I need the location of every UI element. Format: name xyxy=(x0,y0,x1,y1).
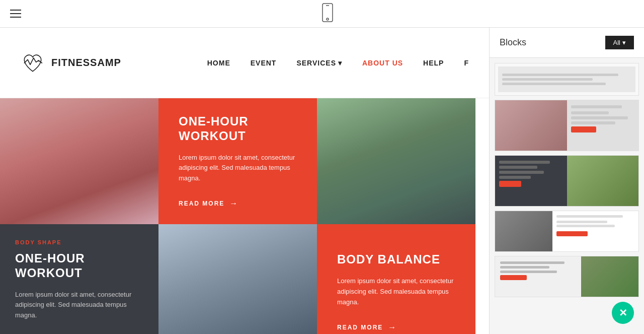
nav-help[interactable]: HELP xyxy=(423,59,444,67)
block-item-4[interactable] xyxy=(495,211,639,252)
content-grid: ONE-HOUR WORKOUT Lorem ipsum dolor sit a… xyxy=(0,98,489,334)
block-item-1[interactable] xyxy=(495,63,639,96)
nav-more[interactable]: F xyxy=(464,59,469,67)
track-content-right xyxy=(552,211,638,251)
block-preview-img-right xyxy=(567,156,639,206)
logo-area: FITNESSAMP xyxy=(20,50,121,76)
cell-workout-body: Lorem ipsum dolor sit amet, consectetur … xyxy=(179,153,297,184)
arrow-right-icon-3: → xyxy=(388,323,397,332)
yoga-woman-image xyxy=(158,224,317,334)
read-more-button-bottom-right[interactable]: READ MORE → xyxy=(337,323,455,332)
cell-workout-title: ONE-HOUR WORKOUT xyxy=(179,114,297,144)
cell-workout-title-2: ONE-HOUR WORKOUT xyxy=(15,251,143,281)
cell-workout-body-2: Lorem ipsum dolor sit amet, consectetur … xyxy=(15,290,143,321)
panel-title: Blocks xyxy=(500,37,526,48)
svg-point-1 xyxy=(327,18,329,20)
svg-rect-0 xyxy=(323,4,333,22)
panel-header: Blocks All ▾ xyxy=(490,28,644,58)
cell-woman-image xyxy=(0,98,158,224)
filter-dropdown-icon: ▾ xyxy=(622,39,626,46)
read-more-button-top[interactable]: READ MORE → xyxy=(179,199,297,208)
site-nav: FITNESSAMP HOME EVENT SERVICES ▾ ABOUT U… xyxy=(0,28,489,98)
filter-all-button[interactable]: All ▾ xyxy=(605,36,634,49)
toolbar-left xyxy=(10,10,21,18)
block-preview-dark-left xyxy=(495,156,567,206)
cell-yoga-image xyxy=(158,224,317,334)
main-layout: FITNESSAMP HOME EVENT SERVICES ▾ ABOUT U… xyxy=(0,28,644,334)
toolbar-center xyxy=(321,3,334,25)
nav-event[interactable]: EVENT xyxy=(251,59,277,67)
dropdown-arrow-icon: ▾ xyxy=(338,59,342,67)
cell-workout-red: ONE-HOUR WORKOUT Lorem ipsum dolor sit a… xyxy=(158,98,317,224)
toolbar xyxy=(0,0,644,28)
cell-basketball-image xyxy=(317,98,475,224)
block-preview-img-left xyxy=(495,100,567,151)
nav-home[interactable]: HOME xyxy=(207,59,230,67)
block-item-2[interactable] xyxy=(495,100,639,151)
nav-links: HOME EVENT SERVICES ▾ ABOUT US HELP F xyxy=(207,59,469,67)
blocks-list xyxy=(490,58,644,334)
track-img-left xyxy=(495,211,552,251)
block-item-5[interactable] xyxy=(495,256,639,297)
cell-balance-red: BODY BALANCE Lorem ipsum dolor sit amet,… xyxy=(317,224,475,334)
nav-services[interactable]: SERVICES ▾ xyxy=(296,59,342,67)
cell-balance-body: Lorem ipsum dolor sit amet, consectetur … xyxy=(337,276,455,307)
track2-content-left xyxy=(495,256,581,297)
logo-text: FITNESSAMP xyxy=(51,57,121,69)
mobile-preview-icon[interactable] xyxy=(321,3,334,25)
hamburger-menu-icon[interactable] xyxy=(10,10,21,18)
arrow-right-icon: → xyxy=(229,199,238,208)
cell-bodyshape-dark: BODY SHAPE ONE-HOUR WORKOUT Lorem ipsum … xyxy=(0,224,158,334)
block-item-3[interactable] xyxy=(495,155,639,207)
block-preview-content-right xyxy=(567,100,639,151)
basketball-player-image xyxy=(317,98,475,224)
cell-balance-title: BODY BALANCE xyxy=(337,252,455,267)
website-preview: FITNESSAMP HOME EVENT SERVICES ▾ ABOUT U… xyxy=(0,28,489,334)
logo-heart-icon xyxy=(20,50,45,76)
category-label: BODY SHAPE xyxy=(15,239,143,245)
close-panel-button[interactable]: ✕ xyxy=(612,302,634,324)
track2-img-right xyxy=(581,256,638,297)
nav-about[interactable]: ABOUT US xyxy=(362,59,403,67)
woman-fitness-image xyxy=(0,98,158,224)
blocks-panel: Blocks All ▾ xyxy=(489,28,644,334)
